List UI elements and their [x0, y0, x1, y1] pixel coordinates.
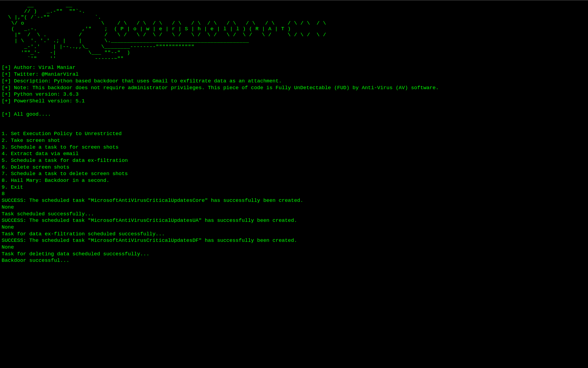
output-line-2: None — [2, 204, 586, 211]
menu-item-1: 1. Set Execution Policy to Unrestricted — [2, 131, 586, 137]
menu-item-8: 8. Hail Mary: Backdoor in a second. — [2, 177, 586, 184]
output-line-3: Task scheduled successfully... — [2, 211, 586, 218]
info-description: [+] Description: Python based backdoor t… — [2, 78, 586, 85]
user-input[interactable]: 8 — [2, 190, 586, 197]
info-python-version: [+] Python version: 3.6.3 — [2, 91, 586, 98]
output-line-6: Task for data ex-filtration scheduled su… — [2, 231, 586, 237]
output-line-8: None — [2, 244, 586, 251]
info-all-good: [+] All good.... — [2, 111, 586, 118]
output-line-10: Backdoor successful... — [2, 257, 586, 264]
menu-item-6: 6. Delete screen shots — [2, 164, 586, 171]
output-line-1: SUCCESS: The scheduled task "MicrosoftAn… — [2, 197, 586, 204]
menu-item-9: 9. Exit — [2, 184, 586, 191]
output-line-4: SUCCESS: The scheduled task "MicrosoftAn… — [2, 217, 586, 224]
output-line-5: None — [2, 224, 586, 231]
info-author: [+] Author: Viral Maniar — [2, 64, 586, 71]
menu-item-7: 7. Schedule a task to delete screen shot… — [2, 170, 586, 177]
menu-item-5: 5. Schedule a task for data ex-filtratio… — [2, 157, 586, 164]
menu-item-3: 3. Schedule a task to for screen shots — [2, 144, 586, 151]
info-powershell-version: [+] PowerShell version: 5.1 — [2, 98, 586, 105]
ascii-art-banner: __ __ // ) _.-"" ""`-. \ |,"( /`--"" `. … — [2, 3, 586, 62]
output-line-9: Task for deleting data scheduled success… — [2, 251, 586, 257]
info-twitter: [+] Twitter: @ManiarViral — [2, 71, 586, 78]
info-note: [+] Note: This backdoor does not require… — [2, 85, 586, 91]
output-line-7: SUCCESS: The scheduled task "MicrosoftAn… — [2, 237, 586, 244]
menu-item-2: 2. Take screen shot — [2, 137, 586, 144]
menu-item-4: 4. Extract data via email — [2, 150, 586, 157]
